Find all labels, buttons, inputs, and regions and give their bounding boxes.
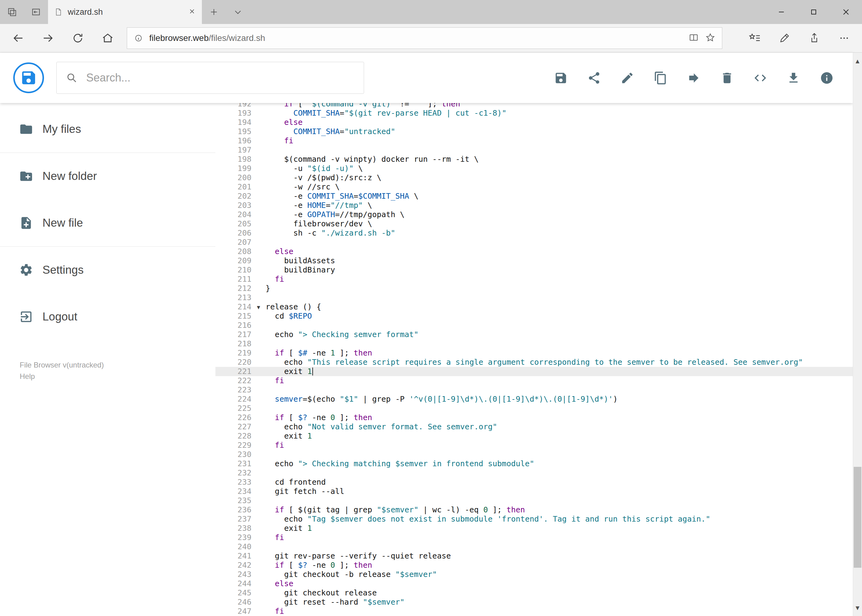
code-line-text[interactable]: if [ $? -ne 0 ]; then — [266, 413, 853, 422]
share-button[interactable] — [587, 71, 601, 85]
code-line-text[interactable]: git rev-parse --verify --quiet release — [266, 552, 853, 561]
info-button[interactable] — [820, 71, 834, 85]
code-line-text[interactable] — [266, 293, 853, 302]
code-line-text[interactable]: } — [266, 284, 853, 293]
code-line-text[interactable] — [266, 496, 853, 505]
code-line-text[interactable]: git checkout release — [266, 588, 853, 597]
code-line-text[interactable]: -e GOPATH=//tmp/gopath \ — [266, 210, 853, 219]
home-button[interactable] — [93, 25, 123, 51]
code-line-text[interactable]: -e COMMIT_SHA=$COMMIT_SHA \ — [266, 192, 853, 201]
code-line-text[interactable] — [266, 404, 853, 413]
sidebar-item-new-file[interactable]: New file — [0, 200, 216, 246]
hub-favorites-button[interactable] — [739, 25, 769, 51]
code-line-text[interactable]: sh -c "./wizard.sh -b" — [266, 228, 853, 238]
code-line-text[interactable]: filebrowser/dev \ — [266, 219, 853, 228]
code-line-text[interactable]: $(command -v winpty) docker run --rm -it… — [266, 155, 853, 164]
browser-tab[interactable]: wizard.sh — [48, 0, 202, 24]
more-menu-button[interactable] — [829, 25, 859, 51]
code-line-text[interactable]: cd frontend — [266, 478, 853, 487]
code-line-text[interactable] — [266, 146, 853, 155]
reading-view-button[interactable] — [687, 31, 700, 45]
code-line-text[interactable]: echo "This release script requires a sin… — [266, 358, 853, 367]
code-line-text[interactable]: echo "Tag $semver does not exist in subm… — [266, 514, 853, 524]
new-tab-button[interactable] — [202, 0, 226, 24]
search-input[interactable] — [86, 71, 355, 84]
set-tabs-aside-button[interactable] — [24, 0, 48, 24]
code-line-text[interactable]: fi — [266, 376, 853, 385]
code-line-text[interactable]: buildBinary — [266, 266, 853, 275]
window-maximize-button[interactable] — [797, 0, 830, 24]
scrollbar-thumb[interactable] — [854, 467, 861, 568]
code-line-text[interactable]: exit 1 — [266, 367, 853, 376]
raw-code-button[interactable] — [753, 71, 767, 85]
code-line-text[interactable] — [266, 321, 853, 330]
code-line-text[interactable]: buildAssets — [266, 256, 853, 266]
window-minimize-button[interactable] — [765, 0, 797, 24]
code-line-text[interactable] — [266, 238, 853, 247]
scroll-up-button[interactable]: ▲ — [853, 53, 862, 69]
code-line-text[interactable]: echo "Not valid semver format. See semve… — [266, 422, 853, 432]
move-button[interactable] — [687, 71, 701, 85]
code-line-text[interactable]: release () { — [266, 302, 853, 311]
code-line-text[interactable]: if [ $# -ne 1 ]; then — [266, 349, 853, 358]
code-line-text[interactable]: git reset --hard "$semver" — [266, 597, 853, 607]
search-box[interactable] — [56, 62, 364, 94]
help-link[interactable]: Help — [20, 371, 216, 382]
page-scrollbar[interactable]: ▲ ▼ — [853, 53, 862, 616]
code-line-text[interactable]: echo "> Checking semver format" — [266, 330, 853, 339]
code-line-text[interactable]: fi — [266, 275, 853, 284]
address-bar[interactable]: filebrowser.web/files/wizard.sh — [127, 27, 722, 49]
code-line-text[interactable]: fi — [266, 136, 853, 146]
code-line-text[interactable]: -u "$(id -u)" \ — [266, 164, 853, 173]
code-line-text[interactable]: git fetch --all — [266, 487, 853, 496]
code-line-text[interactable]: cd $REPO — [266, 311, 853, 321]
code-line-text[interactable]: exit 1 — [266, 432, 853, 441]
code-line-text[interactable]: echo "> Checking matching $semver in fro… — [266, 459, 853, 468]
fold-arrow-icon[interactable]: ▾ — [257, 303, 260, 311]
delete-button[interactable] — [720, 71, 734, 85]
sidebar-item-my-files[interactable]: My files — [0, 106, 216, 152]
code-line-text[interactable]: if [ "$(command -v git)" != "" ]; then — [266, 103, 853, 108]
code-line-text[interactable]: git checkout -b release "$semver" — [266, 570, 853, 579]
code-line-text[interactable] — [266, 542, 853, 552]
favorite-star-button[interactable] — [704, 31, 717, 45]
code-line-text[interactable]: if [ $? -ne 0 ]; then — [266, 561, 853, 570]
rename-button[interactable] — [621, 71, 634, 85]
code-line-text[interactable]: COMMIT_SHA="untracked" — [266, 127, 853, 136]
code-line-text[interactable]: fi — [266, 441, 853, 450]
sidebar-item-logout[interactable]: Logout — [0, 293, 216, 340]
save-button[interactable] — [554, 71, 568, 85]
tab-preview-button[interactable] — [0, 0, 24, 24]
code-line-text[interactable]: -v /$(pwd):/src:z \ — [266, 173, 853, 182]
sidebar-item-settings[interactable]: Settings — [0, 247, 216, 293]
scroll-down-button[interactable]: ▼ — [853, 599, 862, 616]
code-line-text[interactable]: COMMIT_SHA="$(git rev-parse HEAD | cut -… — [266, 108, 853, 118]
code-editor[interactable]: 192 if [ "$(command -v git)" != "" ]; th… — [216, 103, 853, 616]
tab-list-button[interactable] — [226, 0, 250, 24]
download-button[interactable] — [786, 71, 801, 85]
tab-close-button[interactable] — [188, 8, 196, 16]
copy-button[interactable] — [654, 71, 668, 85]
code-line-text[interactable]: else — [266, 247, 853, 256]
back-button[interactable] — [3, 25, 33, 51]
code-line-text[interactable] — [266, 450, 853, 459]
sidebar-item-new-folder[interactable]: New folder — [0, 153, 216, 200]
window-close-button[interactable] — [830, 0, 862, 24]
share-page-button[interactable] — [799, 25, 829, 51]
code-line-text[interactable]: fi — [266, 533, 853, 542]
forward-button[interactable] — [33, 25, 63, 51]
web-notes-button[interactable] — [769, 25, 799, 51]
code-line-text[interactable]: exit 1 — [266, 524, 853, 533]
code-line-text[interactable]: fi — [266, 607, 853, 616]
code-line-text[interactable]: if [ $(git tag | grep "$semver" | wc -l)… — [266, 505, 853, 514]
code-line-text[interactable]: -e HOME="//tmp" \ — [266, 201, 853, 210]
refresh-button[interactable] — [63, 25, 93, 51]
code-line-text[interactable] — [266, 385, 853, 394]
code-line-text[interactable] — [266, 468, 853, 478]
code-line-text[interactable]: else — [266, 118, 853, 127]
code-line-text[interactable]: else — [266, 579, 853, 588]
filebrowser-logo[interactable] — [13, 63, 44, 93]
code-line-text[interactable] — [266, 339, 853, 349]
code-line-text[interactable]: -w //src \ — [266, 182, 853, 192]
code-line-text[interactable]: semver=$(echo "$1" | grep -P '^v(0|[1-9]… — [266, 394, 853, 404]
